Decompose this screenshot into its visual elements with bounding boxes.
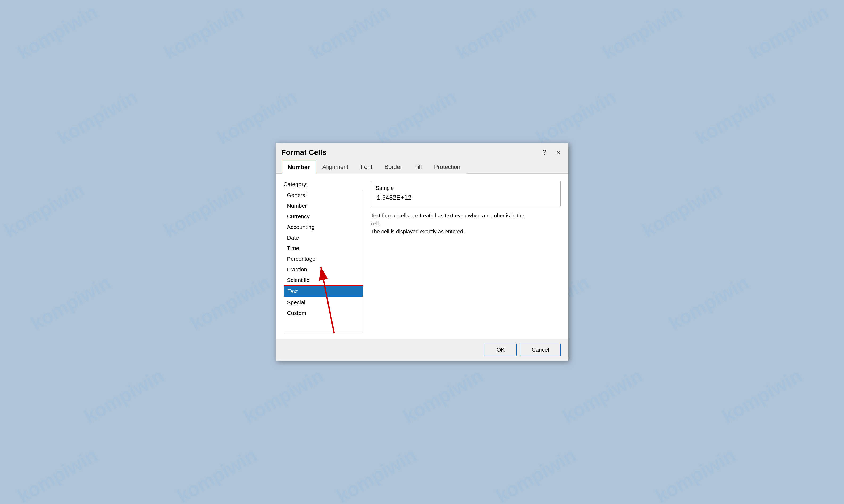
category-item-scientific[interactable]: Scientific xyxy=(284,275,363,286)
category-item-time[interactable]: Time xyxy=(284,243,363,254)
sample-value: 1.5432E+12 xyxy=(377,194,555,201)
category-item-custom[interactable]: Custom xyxy=(284,308,363,318)
content-body: Category: General Number Currency Accoun… xyxy=(283,181,561,333)
dialog-title: Format Cells xyxy=(281,148,327,157)
watermark: kompiwin xyxy=(745,1,832,64)
help-button[interactable]: ? xyxy=(540,148,549,157)
category-item-percentage[interactable]: Percentage xyxy=(284,254,363,264)
watermark: kompiwin xyxy=(373,86,460,148)
title-bar-left: Format Cells xyxy=(281,148,327,157)
watermark: kompiwin xyxy=(1,178,88,241)
watermark: kompiwin xyxy=(187,271,274,334)
category-item-fraction[interactable]: Fraction xyxy=(284,264,363,275)
watermark: kompiwin xyxy=(652,444,739,504)
title-bar: Format Cells ? × xyxy=(276,143,568,157)
tab-protection[interactable]: Protection xyxy=(428,161,466,174)
watermark: kompiwin xyxy=(638,178,726,241)
dialog-footer: OK Cancel xyxy=(276,339,568,361)
watermark: kompiwin xyxy=(14,444,101,504)
tab-border[interactable]: Border xyxy=(379,161,408,174)
tab-number[interactable]: Number xyxy=(281,161,316,174)
category-label: Category: xyxy=(283,181,363,187)
category-item-currency[interactable]: Currency xyxy=(284,211,363,222)
watermark: kompiwin xyxy=(240,364,327,427)
category-listbox[interactable]: General Number Currency Accounting Date … xyxy=(283,190,363,333)
watermark: kompiwin xyxy=(559,364,646,427)
tabs-bar: Number Alignment Font Border Fill Protec… xyxy=(276,157,568,174)
category-item-number[interactable]: Number xyxy=(284,200,363,211)
watermark: kompiwin xyxy=(80,364,168,427)
right-panel: Sample 1.5432E+12 Text format cells are … xyxy=(371,181,561,333)
tab-alignment[interactable]: Alignment xyxy=(316,161,355,174)
close-button[interactable]: × xyxy=(554,148,563,157)
category-item-special[interactable]: Special xyxy=(284,297,363,308)
cancel-button[interactable]: Cancel xyxy=(520,344,561,356)
watermark: kompiwin xyxy=(160,178,247,241)
watermark: kompiwin xyxy=(213,86,300,148)
watermark: kompiwin xyxy=(692,86,779,148)
title-bar-right: ? × xyxy=(540,148,563,157)
watermark: kompiwin xyxy=(173,444,261,504)
tab-fill[interactable]: Fill xyxy=(408,161,428,174)
left-panel: Category: General Number Currency Accoun… xyxy=(283,181,363,333)
watermark: kompiwin xyxy=(27,271,115,334)
watermark: kompiwin xyxy=(532,86,620,148)
category-item-text[interactable]: Text xyxy=(284,286,363,297)
category-item-date[interactable]: Date xyxy=(284,232,363,243)
watermark: kompiwin xyxy=(306,1,394,64)
ok-button[interactable]: OK xyxy=(485,344,517,356)
format-cells-dialog: Format Cells ? × Number Alignment Font B… xyxy=(276,143,568,361)
watermark: kompiwin xyxy=(54,86,141,148)
category-item-general[interactable]: General xyxy=(284,190,363,200)
watermark: kompiwin xyxy=(718,364,806,427)
watermark: kompiwin xyxy=(452,1,540,64)
watermark: kompiwin xyxy=(599,1,686,64)
watermark: kompiwin xyxy=(399,364,487,427)
category-item-accounting[interactable]: Accounting xyxy=(284,222,363,232)
sample-label: Sample xyxy=(376,185,555,191)
description-text: Text format cells are treated as text ev… xyxy=(371,212,530,236)
watermark: kompiwin xyxy=(14,1,101,64)
watermark: kompiwin xyxy=(160,1,247,64)
watermark: kompiwin xyxy=(333,444,420,504)
sample-box: Sample 1.5432E+12 xyxy=(371,181,561,206)
dialog-content: Category: General Number Currency Accoun… xyxy=(276,174,568,339)
tab-font[interactable]: Font xyxy=(354,161,378,174)
watermark: kompiwin xyxy=(665,271,753,334)
watermark: kompiwin xyxy=(492,444,580,504)
